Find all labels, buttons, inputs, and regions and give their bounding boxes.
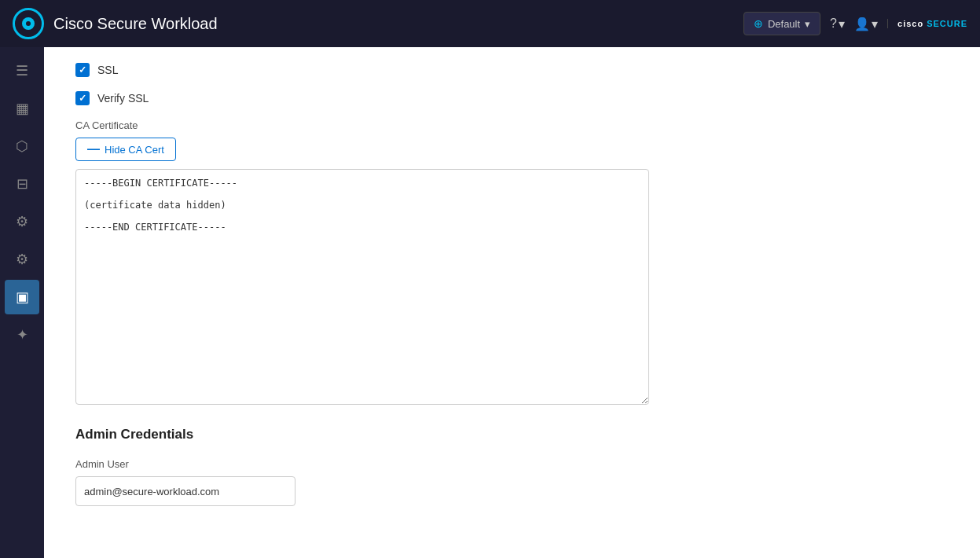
ssl-row: SSL [75, 63, 949, 77]
ca-certificate-label: CA Certificate [75, 119, 949, 131]
sidebar-item-connectors[interactable]: ▣ [5, 280, 39, 314]
sidebar: ☰ ▦ ⬡ ⊟ ⚙ ⚙ ▣ ✦ [0, 47, 44, 558]
main-layout: ☰ ▦ ⬡ ⊟ ⚙ ⚙ ▣ ✦ SSL [0, 47, 980, 558]
investigate-icon: ⚙ [16, 213, 28, 230]
admin-user-input[interactable] [75, 476, 295, 506]
certificate-wrapper: -----BEGIN CERTIFICATE----- [REDACTED CE… [75, 169, 649, 408]
default-button[interactable]: ⊕ Default ▾ [743, 12, 820, 35]
question-icon: ? [830, 17, 837, 31]
help-chevron-icon: ▾ [839, 17, 845, 31]
header: Cisco Secure Workload ⊕ Default ▾ ? ▾ 👤 … [0, 0, 980, 47]
sidebar-item-dashboard[interactable]: ▦ [5, 91, 39, 126]
topology-icon: ⬡ [16, 138, 28, 155]
verify-ssl-checkbox[interactable] [75, 91, 90, 105]
sidebar-item-investigate[interactable]: ⚙ [5, 204, 39, 239]
chevron-down-icon: ▾ [805, 18, 810, 30]
admin-credentials-title: Admin Credentials [75, 427, 949, 442]
hide-ca-cert-button[interactable]: — Hide CA Cert [75, 138, 176, 161]
dashboard-icon: ▦ [16, 100, 29, 117]
connectors-icon: ▣ [16, 288, 29, 306]
ssl-checkbox[interactable] [75, 63, 90, 77]
cisco-secure-logo: cisco SECURE [887, 19, 967, 28]
sidebar-item-tools[interactable]: ✦ [5, 318, 39, 352]
user-button[interactable]: 👤 ▾ [854, 17, 878, 31]
user-icon: 👤 [854, 17, 870, 31]
verify-ssl-label: Verify SSL [97, 92, 149, 105]
settings-icon: ⚙ [16, 251, 28, 268]
header-right: ⊕ Default ▾ ? ▾ 👤 ▾ cisco SECURE [743, 12, 967, 35]
tools-icon: ✦ [17, 326, 28, 343]
verify-ssl-row: Verify SSL [75, 91, 949, 105]
sidebar-item-topology[interactable]: ⬡ [5, 129, 39, 163]
globe-icon: ⊕ [754, 17, 763, 30]
ssl-label: SSL [97, 64, 118, 76]
app-logo [13, 8, 44, 39]
secure-text: SECURE [927, 19, 967, 28]
help-button[interactable]: ? ▾ [830, 17, 845, 31]
main-content: SSL Verify SSL CA Certificate — Hide CA … [44, 47, 980, 558]
sidebar-menu-toggle[interactable]: ☰ [5, 53, 39, 88]
app-title: Cisco Secure Workload [53, 15, 218, 33]
logo-inner [22, 17, 35, 30]
default-label: Default [768, 18, 800, 30]
admin-user-label: Admin User [75, 458, 949, 470]
certificate-textarea[interactable]: -----BEGIN CERTIFICATE----- [REDACTED CE… [75, 169, 649, 405]
user-chevron-icon: ▾ [872, 17, 878, 31]
hamburger-icon: ☰ [16, 62, 28, 79]
header-left: Cisco Secure Workload [13, 8, 218, 39]
reports-icon: ⊟ [17, 175, 28, 193]
minus-icon: — [87, 143, 100, 156]
sidebar-item-settings[interactable]: ⚙ [5, 242, 39, 277]
sidebar-item-reports[interactable]: ⊟ [5, 167, 39, 201]
hide-ca-cert-label: Hide CA Cert [105, 144, 164, 156]
cisco-text: cisco [897, 19, 923, 28]
